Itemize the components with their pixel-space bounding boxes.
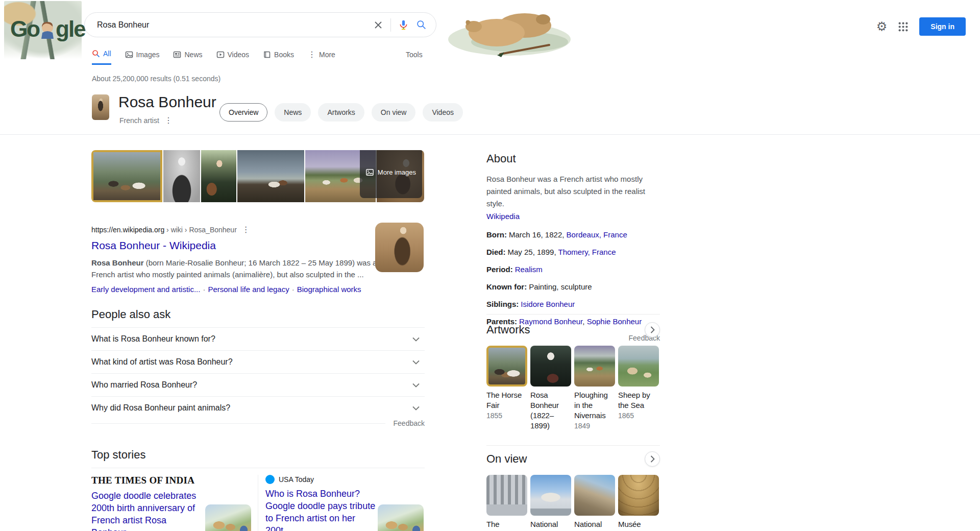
more-images-button[interactable]: More images bbox=[360, 150, 422, 198]
artwork-thumbnail bbox=[618, 346, 659, 387]
breadcrumb[interactable]: https://en.wikipedia.org › wiki › Rosa_B… bbox=[91, 226, 237, 234]
chip-overview[interactable]: Overview bbox=[219, 103, 267, 122]
result-title-link[interactable]: Rosa Bonheur - Wikipedia bbox=[91, 239, 424, 252]
chevron-down-icon bbox=[412, 383, 420, 388]
strip-image-photo[interactable] bbox=[163, 150, 200, 202]
entity-avatar[interactable] bbox=[92, 94, 109, 120]
image-icon bbox=[366, 169, 374, 176]
museum-thumbnail bbox=[618, 475, 659, 516]
strip-image-ploughing[interactable] bbox=[237, 150, 304, 202]
search-divider bbox=[390, 18, 391, 32]
search-result: https://en.wikipedia.org › wiki › Rosa_B… bbox=[91, 225, 424, 294]
museum-item[interactable]: National bbox=[574, 475, 615, 529]
paa-feedback-link[interactable]: Feedback bbox=[394, 419, 425, 427]
sitelink[interactable]: Biographical works bbox=[297, 285, 361, 294]
fact-link[interactable]: Bordeaux, France bbox=[567, 230, 627, 239]
artwork-item[interactable]: The Horse Fair 1855 bbox=[486, 346, 527, 432]
doodle-sheep-artwork bbox=[443, 1, 582, 59]
top-stories: Top stories THE TIMES OF INDIA Google do… bbox=[91, 448, 425, 531]
paa-question[interactable]: Who married Rosa Bonheur? bbox=[91, 373, 425, 396]
chevron-right-icon bbox=[650, 326, 655, 333]
search-icon bbox=[92, 50, 100, 58]
chevron-down-icon bbox=[412, 337, 420, 342]
result-thumbnail[interactable] bbox=[375, 223, 424, 272]
google-logo-letters: Go gle bbox=[10, 16, 85, 42]
more-icon: ⋮ bbox=[308, 50, 316, 59]
tab-images[interactable]: Images bbox=[125, 50, 160, 65]
google-doodle-logo[interactable]: Go gle bbox=[4, 1, 82, 59]
sitelink[interactable]: Personal life and legacy bbox=[208, 285, 289, 294]
entity-title: Rosa Bonheur bbox=[118, 93, 216, 111]
about-description: Rosa Bonheur was a French artist who mos… bbox=[486, 173, 660, 210]
story-thumbnail[interactable] bbox=[378, 504, 424, 531]
story-card[interactable]: USA Today Who is Rosa Bonheur? Google do… bbox=[258, 475, 425, 531]
strip-image-horse-fair[interactable] bbox=[91, 150, 162, 202]
tab-news[interactable]: News bbox=[173, 50, 202, 65]
chip-videos[interactable]: Videos bbox=[423, 103, 463, 122]
museum-item[interactable]: Musée bbox=[618, 475, 659, 529]
chip-news[interactable]: News bbox=[275, 103, 311, 122]
usa-today-logo-icon bbox=[265, 475, 275, 484]
artwork-item[interactable]: Sheep by the Sea 1865 bbox=[618, 346, 659, 432]
fact-link[interactable]: Thomery, France bbox=[558, 248, 616, 256]
entity-menu-icon[interactable]: ⋮ bbox=[164, 115, 173, 125]
museum-item[interactable]: National bbox=[530, 475, 571, 529]
result-snippet: Rosa Bonheur (born Marie-Rosalie Bonheur… bbox=[91, 257, 382, 280]
on-view-carousel-next-button[interactable] bbox=[645, 451, 660, 467]
result-sitelinks: Early development and artistic...·Person… bbox=[91, 285, 424, 294]
tools-button[interactable]: Tools bbox=[406, 51, 423, 59]
story-headline[interactable]: Who is Rosa Bonheur? Google doodle pays … bbox=[265, 488, 378, 531]
artworks-carousel-next-button[interactable] bbox=[645, 322, 660, 337]
paa-question[interactable]: What kind of artist was Rosa Bonheur? bbox=[91, 350, 425, 373]
tab-more[interactable]: ⋮ More bbox=[308, 50, 335, 65]
chevron-down-icon bbox=[412, 360, 420, 365]
sitelink[interactable]: Early development and artistic... bbox=[91, 285, 200, 294]
sign-in-button[interactable]: Sign in bbox=[919, 17, 966, 36]
entity-chips: Overview News Artworks On view Videos bbox=[219, 103, 463, 122]
result-menu-icon[interactable]: ⋮ bbox=[242, 225, 250, 234]
fact-born: Born:March 16, 1822, Bordeaux, France bbox=[486, 229, 660, 240]
settings-gear-icon[interactable]: ⚙ bbox=[876, 20, 888, 33]
artwork-thumbnail bbox=[530, 346, 571, 387]
artworks-title: Artworks bbox=[486, 323, 530, 336]
paa-question[interactable]: What is Rosa Bonheur known for? bbox=[91, 327, 425, 350]
fact-known-for: Known for:Painting, sculpture bbox=[486, 281, 660, 293]
chip-on-view[interactable]: On view bbox=[372, 103, 416, 122]
knowledge-panel-artworks: Artworks The Horse Fair 1855 Rosa Bonheu… bbox=[486, 322, 660, 432]
wikipedia-link[interactable]: Wikipedia bbox=[486, 212, 520, 221]
logo-text-left: Go bbox=[10, 16, 39, 42]
artwork-item[interactable]: Ploughing in the Nivernais 1849 bbox=[574, 346, 615, 432]
tab-all[interactable]: All bbox=[92, 50, 111, 65]
voice-search-icon[interactable] bbox=[398, 19, 409, 30]
fact-period: Period:Realism bbox=[486, 264, 660, 275]
search-input[interactable] bbox=[85, 20, 373, 30]
paa-question[interactable]: Why did Rosa Bonheur paint animals? bbox=[91, 396, 425, 419]
clear-search-icon[interactable] bbox=[373, 20, 383, 30]
fact-siblings: Siblings:Isidore Bonheur bbox=[486, 299, 660, 310]
search-bar[interactable] bbox=[84, 12, 436, 37]
news-icon bbox=[173, 51, 181, 59]
fact-link[interactable]: Isidore Bonheur bbox=[521, 300, 575, 308]
story-thumbnail[interactable] bbox=[205, 504, 251, 531]
top-stories-title: Top stories bbox=[91, 448, 425, 462]
tab-videos[interactable]: Videos bbox=[216, 50, 250, 65]
story-source-name: USA Today bbox=[279, 475, 314, 484]
fact-link[interactable]: Realism bbox=[515, 265, 543, 274]
artwork-item[interactable]: Rosa Bonheur (1822–1899) bbox=[530, 346, 571, 432]
museum-item[interactable]: The bbox=[486, 475, 527, 529]
logo-text-right: gle bbox=[56, 16, 85, 42]
chip-artworks[interactable]: Artworks bbox=[318, 103, 364, 122]
search-submit-icon[interactable] bbox=[416, 19, 427, 30]
images-icon bbox=[125, 51, 133, 59]
story-card[interactable]: THE TIMES OF INDIA Google doodle celebra… bbox=[91, 475, 258, 531]
paa-title: People also ask bbox=[91, 308, 425, 321]
image-strip: More images bbox=[91, 150, 424, 202]
people-also-ask: People also ask What is Rosa Bonheur kno… bbox=[91, 308, 425, 427]
tab-books[interactable]: Books bbox=[263, 50, 294, 65]
strip-image-portrait[interactable] bbox=[201, 150, 237, 202]
results-stats: About 25,200,000 results (0.51 seconds) bbox=[92, 75, 220, 83]
google-apps-grid-icon[interactable] bbox=[898, 22, 908, 32]
story-headline[interactable]: Google doodle celebrates 200th birth ann… bbox=[91, 490, 204, 531]
header-divider bbox=[0, 134, 980, 135]
videos-icon bbox=[216, 51, 225, 59]
